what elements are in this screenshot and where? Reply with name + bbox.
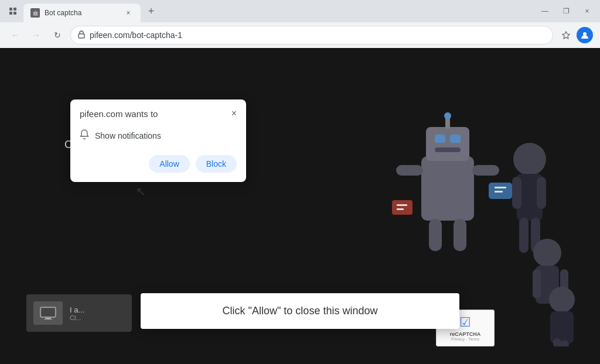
tab-title: Bot captcha: [45, 9, 118, 17]
svg-rect-27: [454, 219, 466, 251]
svg-rect-30: [495, 191, 503, 193]
new-tab-button[interactable]: +: [143, 3, 159, 19]
svg-point-34: [549, 287, 575, 313]
popup-buttons: Allow Block: [80, 155, 237, 173]
svg-rect-0: [9, 8, 12, 11]
toolbar-icons: [558, 27, 593, 43]
page-content: Click Allow to confirm I a... Cl... ☑ re…: [0, 48, 600, 364]
browser-window: 🤖 Bot captcha × + — ❐ × ← → ↻ pifeen.com…: [0, 0, 600, 364]
svg-marker-5: [562, 32, 570, 39]
svg-rect-40: [45, 318, 51, 319]
svg-rect-26: [429, 219, 442, 251]
svg-rect-20: [450, 135, 461, 143]
active-tab[interactable]: 🤖 Bot captcha ×: [23, 4, 141, 22]
bookmark-button[interactable]: [558, 27, 574, 43]
svg-rect-18: [426, 127, 469, 161]
svg-rect-32: [397, 204, 407, 206]
close-window-button[interactable]: ×: [579, 3, 595, 19]
profile-button[interactable]: [577, 27, 593, 43]
tab-list-icon[interactable]: [5, 3, 21, 19]
lock-icon: [78, 30, 85, 40]
popup-permission-row: Show notifications: [80, 127, 237, 145]
window-controls: — ❐ ×: [537, 3, 595, 19]
bottom-left-text: I a... Cl...: [70, 305, 84, 321]
allow-button[interactable]: Allow: [149, 155, 189, 173]
svg-rect-33: [397, 208, 404, 210]
bottom-card-text: Click "Allow" to close this window: [158, 305, 442, 317]
address-bar: ← → ↻ pifeen.com/bot-captcha-1: [0, 22, 600, 48]
url-bar[interactable]: pifeen.com/bot-captcha-1: [70, 26, 553, 44]
mouse-cursor: ↖: [136, 184, 146, 198]
notification-popup: pifeen.com wants to × Show notifications…: [70, 99, 246, 182]
svg-point-23: [444, 112, 451, 119]
bottom-left-area: I a... Cl...: [26, 294, 132, 332]
svg-rect-1: [13, 8, 16, 11]
popup-close-button[interactable]: ×: [231, 109, 237, 118]
svg-rect-10: [537, 177, 546, 209]
tab-bar: 🤖 Bot captcha × + — ❐ ×: [0, 0, 600, 22]
svg-rect-4: [79, 34, 84, 38]
svg-rect-15: [533, 269, 541, 298]
minimize-button[interactable]: —: [537, 3, 553, 19]
recaptcha-label: reCAPTCHA: [444, 331, 487, 337]
permission-text: Show notifications: [95, 131, 161, 140]
svg-point-7: [513, 143, 546, 176]
bell-icon: [80, 129, 89, 142]
svg-rect-35: [550, 311, 574, 344]
svg-rect-39: [42, 308, 54, 316]
bottom-left-icon: [33, 301, 63, 325]
svg-rect-25: [472, 165, 499, 176]
block-button[interactable]: Block: [196, 155, 237, 173]
url-text: pifeen.com/bot-captcha-1: [90, 30, 546, 40]
svg-rect-9: [512, 177, 521, 209]
svg-rect-41: [44, 319, 52, 320]
svg-rect-19: [435, 135, 445, 143]
back-button[interactable]: ←: [7, 27, 23, 43]
popup-header: pifeen.com wants to ×: [80, 109, 237, 119]
recaptcha-sub: Privacy - Terms: [444, 337, 487, 341]
svg-rect-29: [495, 187, 506, 188]
svg-rect-3: [13, 12, 16, 15]
forward-button[interactable]: →: [28, 27, 45, 43]
tab-close-button[interactable]: ×: [123, 8, 134, 18]
popup-title: pifeen.com wants to: [80, 109, 158, 119]
tab-favicon: 🤖: [30, 8, 40, 18]
svg-rect-24: [396, 165, 423, 176]
maximize-button[interactable]: ❐: [558, 3, 574, 19]
svg-rect-17: [421, 156, 474, 221]
svg-rect-2: [9, 12, 12, 15]
reload-button[interactable]: ↻: [49, 27, 66, 43]
svg-point-13: [533, 239, 561, 267]
svg-rect-31: [392, 200, 412, 215]
svg-rect-11: [519, 218, 529, 253]
svg-rect-21: [435, 147, 461, 152]
bottom-card: Click "Allow" to close this window: [141, 293, 459, 329]
